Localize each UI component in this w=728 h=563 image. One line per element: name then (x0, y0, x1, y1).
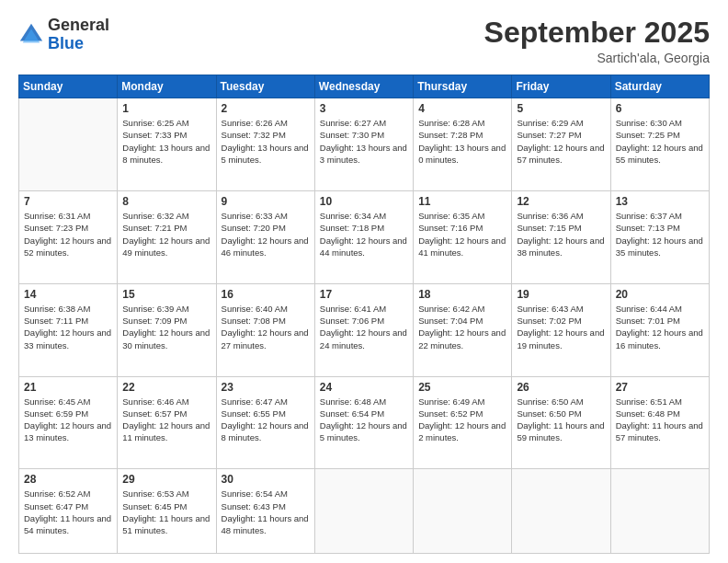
calendar-cell: 27Sunrise: 6:51 AMSunset: 6:48 PMDayligh… (610, 376, 709, 469)
calendar-header-wednesday: Wednesday (314, 75, 413, 98)
calendar-cell: 6Sunrise: 6:30 AMSunset: 7:25 PMDaylight… (610, 98, 709, 191)
calendar-cell: 12Sunrise: 6:36 AMSunset: 7:15 PMDayligh… (512, 190, 610, 283)
calendar-week-row: 14Sunrise: 6:38 AMSunset: 7:11 PMDayligh… (19, 283, 710, 376)
calendar-cell: 5Sunrise: 6:29 AMSunset: 7:27 PMDaylight… (512, 98, 610, 191)
day-number: 4 (418, 102, 506, 115)
day-info: Sunrise: 6:48 AMSunset: 6:54 PMDaylight:… (320, 396, 408, 444)
day-info: Sunrise: 6:43 AMSunset: 7:02 PMDaylight:… (517, 303, 605, 351)
day-number: 18 (418, 288, 506, 301)
logo-blue-text: Blue (48, 34, 84, 52)
day-info: Sunrise: 6:29 AMSunset: 7:27 PMDaylight:… (517, 117, 605, 166)
day-info: Sunrise: 6:49 AMSunset: 6:52 PMDaylight:… (418, 396, 506, 444)
day-info: Sunrise: 6:40 AMSunset: 7:08 PMDaylight:… (222, 303, 310, 351)
calendar-cell: 21Sunrise: 6:45 AMSunset: 6:59 PMDayligh… (19, 376, 118, 469)
calendar-header-tuesday: Tuesday (216, 75, 314, 98)
calendar-week-row: 1Sunrise: 6:25 AMSunset: 7:33 PMDaylight… (19, 98, 710, 191)
day-number: 29 (122, 473, 210, 486)
calendar-cell: 4Sunrise: 6:28 AMSunset: 7:28 PMDaylight… (414, 98, 512, 191)
calendar-cell (610, 469, 709, 554)
calendar-cell: 22Sunrise: 6:46 AMSunset: 6:57 PMDayligh… (118, 376, 216, 469)
calendar-cell: 10Sunrise: 6:34 AMSunset: 7:18 PMDayligh… (314, 190, 413, 283)
day-number: 15 (122, 288, 210, 301)
day-number: 24 (320, 381, 408, 394)
day-number: 6 (616, 102, 704, 115)
header: General Blue September 2025 Sartich'ala,… (18, 17, 710, 65)
calendar-cell (512, 469, 610, 554)
logo: General Blue (18, 17, 109, 53)
calendar-cell: 16Sunrise: 6:40 AMSunset: 7:08 PMDayligh… (216, 283, 314, 376)
day-number: 25 (418, 381, 506, 394)
calendar-cell: 18Sunrise: 6:42 AMSunset: 7:04 PMDayligh… (414, 283, 512, 376)
calendar-cell: 23Sunrise: 6:47 AMSunset: 6:55 PMDayligh… (216, 376, 314, 469)
calendar-cell: 30Sunrise: 6:54 AMSunset: 6:43 PMDayligh… (216, 469, 314, 554)
calendar-cell: 15Sunrise: 6:39 AMSunset: 7:09 PMDayligh… (118, 283, 216, 376)
day-number: 23 (222, 381, 310, 394)
day-number: 9 (222, 195, 310, 208)
day-info: Sunrise: 6:28 AMSunset: 7:28 PMDaylight:… (418, 117, 506, 166)
calendar-cell: 19Sunrise: 6:43 AMSunset: 7:02 PMDayligh… (512, 283, 610, 376)
calendar-cell: 29Sunrise: 6:53 AMSunset: 6:45 PMDayligh… (118, 469, 216, 554)
calendar-cell (314, 469, 413, 554)
day-number: 7 (24, 195, 112, 208)
logo-icon (18, 22, 44, 48)
day-info: Sunrise: 6:31 AMSunset: 7:23 PMDaylight:… (24, 210, 112, 259)
month-title: September 2025 (484, 17, 710, 49)
day-number: 19 (517, 288, 605, 301)
day-number: 17 (320, 288, 408, 301)
calendar-cell: 2Sunrise: 6:26 AMSunset: 7:32 PMDaylight… (216, 98, 314, 191)
day-number: 21 (24, 381, 112, 394)
calendar-header-saturday: Saturday (610, 75, 709, 98)
day-info: Sunrise: 6:45 AMSunset: 6:59 PMDaylight:… (24, 396, 112, 444)
calendar-header-monday: Monday (118, 75, 216, 98)
day-number: 1 (122, 102, 210, 115)
calendar-table: SundayMondayTuesdayWednesdayThursdayFrid… (18, 75, 710, 554)
day-number: 5 (517, 102, 605, 115)
day-number: 8 (122, 195, 210, 208)
calendar-cell: 9Sunrise: 6:33 AMSunset: 7:20 PMDaylight… (216, 190, 314, 283)
calendar-week-row: 28Sunrise: 6:52 AMSunset: 6:47 PMDayligh… (19, 469, 710, 554)
day-info: Sunrise: 6:42 AMSunset: 7:04 PMDaylight:… (418, 303, 506, 351)
calendar-cell: 25Sunrise: 6:49 AMSunset: 6:52 PMDayligh… (414, 376, 512, 469)
day-info: Sunrise: 6:44 AMSunset: 7:01 PMDaylight:… (616, 303, 704, 351)
day-number: 12 (517, 195, 605, 208)
day-number: 2 (222, 102, 310, 115)
logo-general-text: General (48, 16, 109, 34)
location: Sartich'ala, Georgia (484, 51, 710, 65)
day-info: Sunrise: 6:32 AMSunset: 7:21 PMDaylight:… (122, 210, 210, 259)
calendar-cell: 7Sunrise: 6:31 AMSunset: 7:23 PMDaylight… (19, 190, 118, 283)
calendar-week-row: 7Sunrise: 6:31 AMSunset: 7:23 PMDaylight… (19, 190, 710, 283)
day-info: Sunrise: 6:25 AMSunset: 7:33 PMDaylight:… (122, 117, 210, 166)
day-info: Sunrise: 6:50 AMSunset: 6:50 PMDaylight:… (517, 396, 605, 444)
day-info: Sunrise: 6:46 AMSunset: 6:57 PMDaylight:… (122, 396, 210, 444)
day-info: Sunrise: 6:39 AMSunset: 7:09 PMDaylight:… (122, 303, 210, 351)
title-block: September 2025 Sartich'ala, Georgia (484, 17, 710, 65)
calendar-cell: 28Sunrise: 6:52 AMSunset: 6:47 PMDayligh… (19, 469, 118, 554)
day-info: Sunrise: 6:33 AMSunset: 7:20 PMDaylight:… (222, 210, 310, 259)
day-number: 20 (616, 288, 704, 301)
day-info: Sunrise: 6:37 AMSunset: 7:13 PMDaylight:… (616, 210, 704, 259)
calendar-cell: 17Sunrise: 6:41 AMSunset: 7:06 PMDayligh… (314, 283, 413, 376)
calendar-cell (19, 98, 118, 191)
day-number: 13 (616, 195, 704, 208)
calendar-cell: 8Sunrise: 6:32 AMSunset: 7:21 PMDaylight… (118, 190, 216, 283)
calendar-header-friday: Friday (512, 75, 610, 98)
page: General Blue September 2025 Sartich'ala,… (0, 0, 728, 563)
day-info: Sunrise: 6:51 AMSunset: 6:48 PMDaylight:… (616, 396, 704, 444)
logo-text: General Blue (48, 17, 109, 53)
day-info: Sunrise: 6:54 AMSunset: 6:43 PMDaylight:… (222, 488, 310, 536)
calendar-cell: 3Sunrise: 6:27 AMSunset: 7:30 PMDaylight… (314, 98, 413, 191)
day-number: 27 (616, 381, 704, 394)
calendar-header-thursday: Thursday (414, 75, 512, 98)
day-number: 11 (418, 195, 506, 208)
day-number: 22 (122, 381, 210, 394)
calendar-header-row: SundayMondayTuesdayWednesdayThursdayFrid… (19, 75, 710, 98)
day-info: Sunrise: 6:30 AMSunset: 7:25 PMDaylight:… (616, 117, 704, 166)
calendar-cell: 11Sunrise: 6:35 AMSunset: 7:16 PMDayligh… (414, 190, 512, 283)
day-number: 3 (320, 102, 408, 115)
calendar-cell: 20Sunrise: 6:44 AMSunset: 7:01 PMDayligh… (610, 283, 709, 376)
day-info: Sunrise: 6:36 AMSunset: 7:15 PMDaylight:… (517, 210, 605, 259)
calendar-cell (414, 469, 512, 554)
day-number: 26 (517, 381, 605, 394)
calendar-cell: 13Sunrise: 6:37 AMSunset: 7:13 PMDayligh… (610, 190, 709, 283)
day-info: Sunrise: 6:34 AMSunset: 7:18 PMDaylight:… (320, 210, 408, 259)
